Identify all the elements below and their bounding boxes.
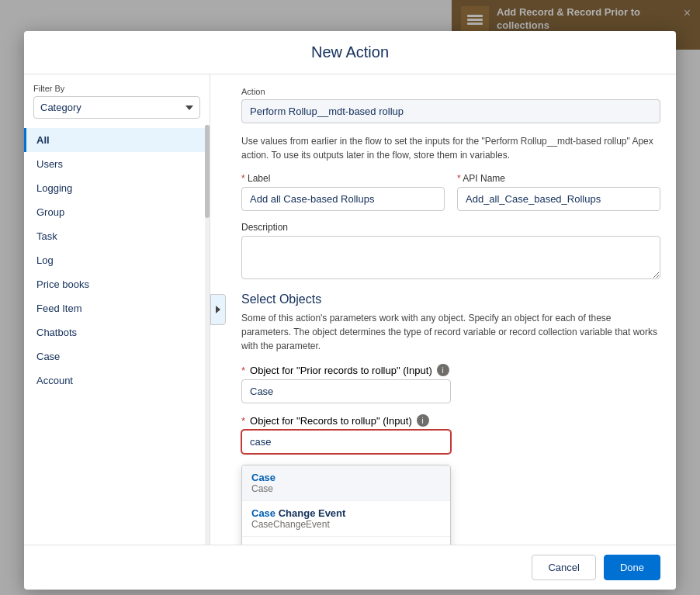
records-to-rollup-input[interactable] [241, 430, 451, 454]
records-to-rollup-label: Object for "Records to rollup" (Input) [250, 415, 412, 427]
main-content: Action Use values from earlier in the fl… [226, 74, 676, 545]
sidebar-scroll-track [205, 125, 210, 545]
description-textarea[interactable] [241, 236, 660, 279]
description-label: Description [241, 222, 660, 233]
dropdown-item-case-primary: Case [251, 472, 441, 483]
dropdown-item-case[interactable]: Case Case [242, 465, 450, 501]
records-to-rollup-info-icon[interactable]: i [417, 414, 429, 427]
dropdown-item-case-secondary: Case [251, 483, 441, 494]
sidebar-item-case[interactable]: Case [24, 344, 210, 368]
filter-label: Filter By [33, 84, 200, 93]
sidebar-item-logging[interactable]: Logging [24, 176, 210, 200]
prior-records-label: Object for "Prior records to rollup" (In… [250, 365, 432, 376]
apiname-input[interactable] [457, 187, 660, 211]
sidebar-item-feeditem[interactable]: Feed Item [24, 296, 210, 320]
modal-overlay: New Action Filter By Category All Users … [0, 0, 700, 595]
records-to-rollup-label-row: * Object for "Records to rollup" (Input)… [241, 414, 660, 427]
filter-select[interactable]: Category [33, 96, 200, 119]
label-apiname-row: * Label * API Name [241, 173, 660, 211]
label-field-label: * Label [241, 173, 445, 184]
new-action-modal: New Action Filter By Category All Users … [24, 31, 676, 590]
description-group: Description [241, 222, 660, 282]
apiname-group: * API Name [457, 173, 660, 211]
done-button[interactable]: Done [604, 555, 660, 580]
cancel-button[interactable]: Cancel [532, 555, 595, 580]
apiname-field-label: * API Name [457, 173, 660, 184]
sidebar-item-log[interactable]: Log [24, 248, 210, 272]
modal-body: Filter By Category All Users Logging Gro… [24, 74, 676, 545]
sidebar-item-task[interactable]: Task [24, 224, 210, 248]
select-objects-desc: Some of this action's parameters work wi… [241, 311, 660, 353]
records-to-rollup-field: * Object for "Records to rollup" (Input)… [241, 414, 660, 454]
prior-records-info-icon[interactable]: i [437, 364, 449, 376]
modal-header: New Action [24, 31, 676, 74]
prior-records-input[interactable] [241, 379, 451, 403]
sidebar-list-inner: All Users Logging Group Task Log Price b… [24, 125, 210, 396]
sidebar-item-group[interactable]: Group [24, 200, 210, 224]
modal-title: New Action [43, 43, 657, 61]
dropdown-item-casecomment[interactable]: Case Comment CaseComment [242, 537, 450, 545]
description-text: Use values from earlier in the flow to s… [241, 134, 660, 162]
sidebar-item-all[interactable]: All [24, 128, 210, 152]
sidebar-filter: Filter By Category [24, 74, 210, 125]
prior-records-field: * Object for "Prior records to rollup" (… [241, 364, 660, 403]
dropdown-item-casecomment-primary: Case Comment [251, 543, 441, 545]
dropdown-list: Case Case Case Change Event CaseChangeEv… [241, 465, 451, 545]
sidebar-expand-button[interactable] [210, 294, 226, 325]
dropdown-item-casechangeevent-secondary: CaseChangeEvent [251, 519, 441, 530]
action-field: Action [241, 87, 660, 123]
sidebar-item-account[interactable]: Account [24, 368, 210, 393]
dropdown-item-casechangeevent-primary: Case Change Event [251, 507, 441, 519]
sidebar-item-chatbots[interactable]: Chatbots [24, 320, 210, 344]
sidebar-item-users[interactable]: Users [24, 152, 210, 176]
sidebar-scroll-thumb[interactable] [205, 125, 210, 218]
label-group: * Label [241, 173, 445, 211]
action-input[interactable] [241, 99, 660, 123]
sidebar: Filter By Category All Users Logging Gro… [24, 74, 210, 545]
action-label: Action [241, 87, 660, 96]
object-dropdown: Case Case Case Change Event CaseChangeEv… [241, 465, 451, 545]
prior-records-label-row: * Object for "Prior records to rollup" (… [241, 364, 660, 376]
sidebar-item-pricebooks[interactable]: Price books [24, 272, 210, 296]
dropdown-item-casechangeevent[interactable]: Case Change Event CaseChangeEvent [242, 501, 450, 537]
select-objects-title: Select Objects [241, 292, 660, 306]
sidebar-list: All Users Logging Group Task Log Price b… [24, 125, 210, 545]
modal-footer: Cancel Done [24, 545, 676, 590]
label-input[interactable] [241, 187, 445, 211]
